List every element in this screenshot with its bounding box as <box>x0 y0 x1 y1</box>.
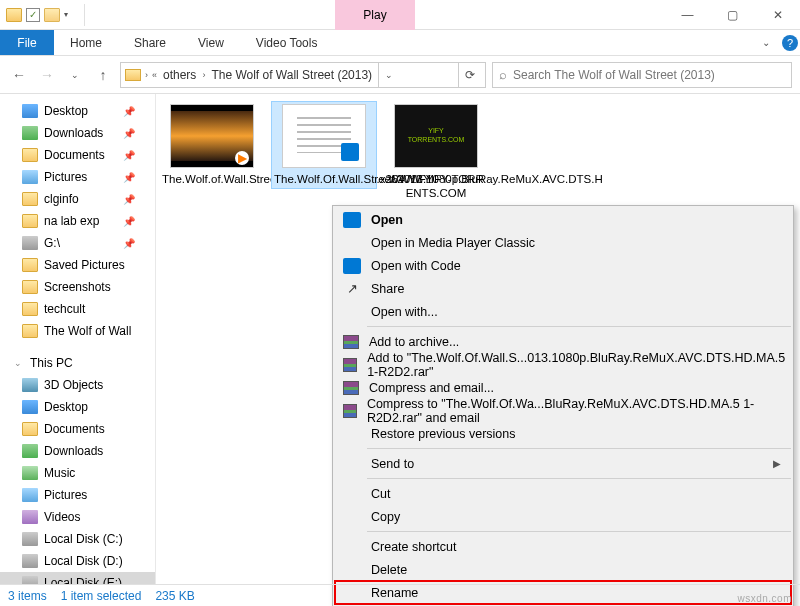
ctx-open-with[interactable]: Open with... <box>335 300 791 323</box>
sidebar-item-documents[interactable]: Documents <box>0 418 155 440</box>
blank-icon <box>343 456 361 472</box>
minimize-button[interactable]: — <box>665 0 710 30</box>
ctx-restore-versions[interactable]: Restore previous versions <box>335 422 791 445</box>
image-thumbnail: YIFYTORRENTS.COM <box>394 104 478 168</box>
pin-icon: 📌 <box>123 106 135 117</box>
file-item-video[interactable]: The.Wolf.of.Wall.Street.2013.720p.BluRay… <box>162 104 262 186</box>
navigation-row: ← → ⌄ ↑ › « others › The Wolf of Wall St… <box>0 56 800 94</box>
sidebar-item-desktop[interactable]: Desktop <box>0 396 155 418</box>
status-size: 235 KB <box>155 589 194 603</box>
ctx-open-mpc[interactable]: Open in Media Player Classic <box>335 231 791 254</box>
drive-icon <box>22 532 38 546</box>
music-icon <box>22 466 38 480</box>
sidebar-item-videos[interactable]: Videos <box>0 506 155 528</box>
downloads-icon <box>22 444 38 458</box>
sidebar-item-downloads[interactable]: Downloads📌 <box>0 122 155 144</box>
separator <box>367 478 791 479</box>
chevron-right-icon[interactable]: « <box>152 70 157 80</box>
maximize-button[interactable]: ▢ <box>710 0 755 30</box>
sidebar-item-drive-e[interactable]: Local Disk (E:) <box>0 572 155 584</box>
ctx-send-to[interactable]: Send to▶ <box>335 452 791 475</box>
sidebar-item-folder[interactable]: Saved Pictures <box>0 254 155 276</box>
file-label: WWW.YIFY-TORRENTS.COM <box>386 172 486 201</box>
ctx-add-to-rar[interactable]: Add to "The.Wolf.Of.Wall.S...013.1080p.B… <box>335 353 791 376</box>
view-tab[interactable]: View <box>182 30 240 55</box>
address-segment[interactable]: The Wolf of Wall Street (2013) <box>209 68 374 82</box>
help-icon[interactable]: ? <box>782 35 798 51</box>
refresh-button[interactable]: ⟳ <box>458 63 481 87</box>
chevron-right-icon[interactable]: › <box>202 70 205 80</box>
context-menu: Open Open in Media Player Classic Open w… <box>332 205 794 606</box>
qat-dropdown-icon[interactable]: ▾ <box>64 10 68 19</box>
chevron-down-icon: ⌄ <box>14 358 22 368</box>
file-label: The.Wolf.of.Wall.Street.2013.720p.BluRay… <box>162 172 262 186</box>
address-dropdown[interactable]: ⌄ <box>378 63 399 87</box>
drive-icon <box>22 554 38 568</box>
file-item-selected[interactable]: The.Wolf.Of.Wall.Street.2013.1080p.BluRa… <box>274 104 374 186</box>
pictures-icon <box>22 488 38 502</box>
3d-objects-icon <box>22 378 38 392</box>
share-tab[interactable]: Share <box>118 30 182 55</box>
sidebar-item-drive[interactable]: G:\📌 <box>0 232 155 254</box>
address-bar[interactable]: › « others › The Wolf of Wall Street (20… <box>120 62 486 88</box>
sidebar-item-folder[interactable]: techcult <box>0 298 155 320</box>
forward-button[interactable]: → <box>36 64 58 86</box>
sidebar-item-desktop[interactable]: Desktop📌 <box>0 100 155 122</box>
winrar-icon <box>343 335 359 349</box>
folder-icon <box>125 69 141 81</box>
sidebar-item-drive-c[interactable]: Local Disk (C:) <box>0 528 155 550</box>
blank-icon <box>343 562 361 578</box>
up-button[interactable]: ↑ <box>92 64 114 86</box>
home-tab[interactable]: Home <box>54 30 118 55</box>
new-folder-icon[interactable] <box>44 8 60 22</box>
file-item-image[interactable]: YIFYTORRENTS.COM WWW.YIFY-TORRENTS.COM <box>386 104 486 201</box>
vscode-icon <box>343 212 361 228</box>
drive-icon <box>22 236 38 250</box>
folder-icon <box>22 324 38 338</box>
search-placeholder: Search The Wolf of Wall Street (2013) <box>513 68 715 82</box>
sidebar-item-folder[interactable]: The Wolf of Wall <box>0 320 155 342</box>
ctx-open-code[interactable]: Open with Code <box>335 254 791 277</box>
documents-icon <box>22 422 38 436</box>
status-selected-count: 1 item selected <box>61 589 142 603</box>
qat-properties-icon[interactable]: ✓ <box>26 8 40 22</box>
sidebar-item-folder[interactable]: clginfo📌 <box>0 188 155 210</box>
sidebar-item-music[interactable]: Music <box>0 462 155 484</box>
help-chevron[interactable]: ⌄? <box>760 30 800 55</box>
pin-icon: 📌 <box>123 150 135 161</box>
pin-icon: 📌 <box>123 172 135 183</box>
video-tools-tab[interactable]: Video Tools <box>240 30 334 55</box>
status-item-count: 3 items <box>8 589 47 603</box>
sidebar-item-documents[interactable]: Documents📌 <box>0 144 155 166</box>
sidebar-item-folder[interactable]: na lab exp📌 <box>0 210 155 232</box>
back-button[interactable]: ← <box>8 64 30 86</box>
address-segment[interactable]: others <box>161 68 198 82</box>
close-button[interactable]: ✕ <box>755 0 800 30</box>
ctx-copy[interactable]: Copy <box>335 505 791 528</box>
file-tab[interactable]: File <box>0 30 54 55</box>
ctx-create-shortcut[interactable]: Create shortcut <box>335 535 791 558</box>
winrar-icon <box>343 381 359 395</box>
sidebar-item-folder[interactable]: Screenshots <box>0 276 155 298</box>
video-thumbnail <box>170 104 254 168</box>
sidebar-item-pictures[interactable]: Pictures <box>0 484 155 506</box>
sidebar-item-drive-d[interactable]: Local Disk (D:) <box>0 550 155 572</box>
pin-icon: 📌 <box>123 238 135 249</box>
sidebar-item-3dobjects[interactable]: 3D Objects <box>0 374 155 396</box>
ctx-compress-to-email[interactable]: Compress to "The.Wolf.Of.Wa...BluRay.ReM… <box>335 399 791 422</box>
ctx-share[interactable]: ↗Share <box>335 277 791 300</box>
chevron-right-icon[interactable]: › <box>145 70 148 80</box>
watermark: wsxdn.com <box>737 593 792 604</box>
sidebar-item-downloads[interactable]: Downloads <box>0 440 155 462</box>
ctx-cut[interactable]: Cut <box>335 482 791 505</box>
sidebar-this-pc[interactable]: ⌄This PC <box>0 352 155 374</box>
divider <box>84 4 85 26</box>
pictures-icon <box>22 170 38 184</box>
ctx-delete[interactable]: Delete <box>335 558 791 581</box>
recent-locations-button[interactable]: ⌄ <box>64 64 86 86</box>
search-input[interactable]: ⌕ Search The Wolf of Wall Street (2013) <box>492 62 792 88</box>
vscode-icon <box>343 258 361 274</box>
play-contextual-tab[interactable]: Play <box>335 0 415 30</box>
ctx-open[interactable]: Open <box>335 208 791 231</box>
sidebar-item-pictures[interactable]: Pictures📌 <box>0 166 155 188</box>
